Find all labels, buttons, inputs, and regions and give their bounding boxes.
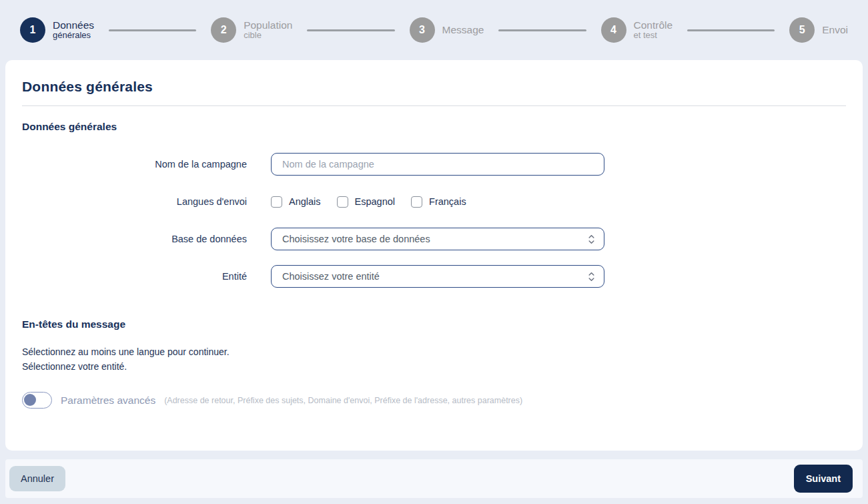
campaign-name-row: Nom de la campagne <box>22 153 846 176</box>
step-connector-1 <box>109 29 196 31</box>
step-4-label: Contrôle et test <box>634 19 673 41</box>
checkbox-espagnol[interactable]: Espagnol <box>337 196 395 208</box>
step-2-label: Population cible <box>244 19 292 41</box>
step-5-envoi[interactable]: 5 Envoi <box>789 17 848 43</box>
step-5-circle: 5 <box>789 17 815 43</box>
checkbox-anglais[interactable]: Anglais <box>271 196 321 208</box>
wizard-stepper: 1 Données générales 2 Population cible 3… <box>0 0 868 60</box>
languages-label: Langues d'envoi <box>22 196 271 207</box>
chevron-updown-icon <box>588 272 595 282</box>
advanced-settings-toggle[interactable] <box>22 392 52 409</box>
title-divider <box>22 105 846 106</box>
step-connector-4 <box>687 29 775 31</box>
validation-message-entity: Sélectionnez votre entité. <box>22 360 846 374</box>
database-select[interactable]: Choisissez votre base de données <box>271 228 604 250</box>
step-4-circle: 4 <box>601 17 626 43</box>
advanced-settings-row: Paramètres avancés (Adresse de retour, P… <box>22 392 846 409</box>
step-2-population-cible[interactable]: 2 Population cible <box>211 17 292 43</box>
entity-select[interactable]: Choisissez votre entité <box>271 265 604 288</box>
database-row: Base de données Choisissez votre base de… <box>22 228 846 250</box>
database-label: Base de données <box>22 234 271 244</box>
advanced-settings-hint: (Adresse de retour, Préfixe des sujets, … <box>164 396 522 405</box>
step-2-circle: 2 <box>211 17 236 43</box>
languages-row: Langues d'envoi Anglais Espagnol Françai… <box>22 190 846 213</box>
step-5-label: Envoi <box>822 24 848 36</box>
step-connector-3 <box>498 29 586 31</box>
page-title: Données générales <box>22 79 846 95</box>
step-1-label: Données générales <box>53 19 94 41</box>
step-connector-2 <box>307 29 394 31</box>
entity-row: Entité Choisissez votre entité <box>22 265 846 288</box>
entity-label: Entité <box>22 271 271 282</box>
next-button[interactable]: Suivant <box>794 465 853 493</box>
toggle-knob <box>24 394 36 406</box>
footer-bar: Annuler Suivant <box>5 459 863 498</box>
campaign-name-label: Nom de la campagne <box>22 159 271 170</box>
content-card: Données générales Données générales Nom … <box>5 60 863 451</box>
step-1-donnees-generales[interactable]: 1 Données générales <box>20 17 94 43</box>
step-3-message[interactable]: 3 Message <box>410 17 484 43</box>
step-4-controle-et-test[interactable]: 4 Contrôle et test <box>601 17 673 43</box>
section-heading-en-tetes: En-têtes du message <box>22 318 846 330</box>
step-1-circle: 1 <box>20 17 45 43</box>
checkbox-francais[interactable]: Français <box>411 196 466 208</box>
step-3-label: Message <box>442 24 484 36</box>
section-heading-donnees-generales: Données générales <box>22 121 846 133</box>
checkbox-espagnol-box <box>337 196 348 208</box>
step-3-circle: 3 <box>410 17 435 43</box>
chevron-updown-icon <box>588 234 595 244</box>
cancel-button[interactable]: Annuler <box>9 466 65 491</box>
advanced-settings-label: Paramètres avancés <box>61 395 155 407</box>
checkbox-francais-box <box>411 196 422 208</box>
validation-messages: Sélectionnez au moins une langue pour co… <box>22 345 846 374</box>
validation-message-language: Sélectionnez au moins une langue pour co… <box>22 345 846 360</box>
languages-checkbox-group: Anglais Espagnol Français <box>271 190 466 213</box>
campaign-name-input[interactable] <box>271 153 604 176</box>
checkbox-anglais-box <box>271 196 282 208</box>
